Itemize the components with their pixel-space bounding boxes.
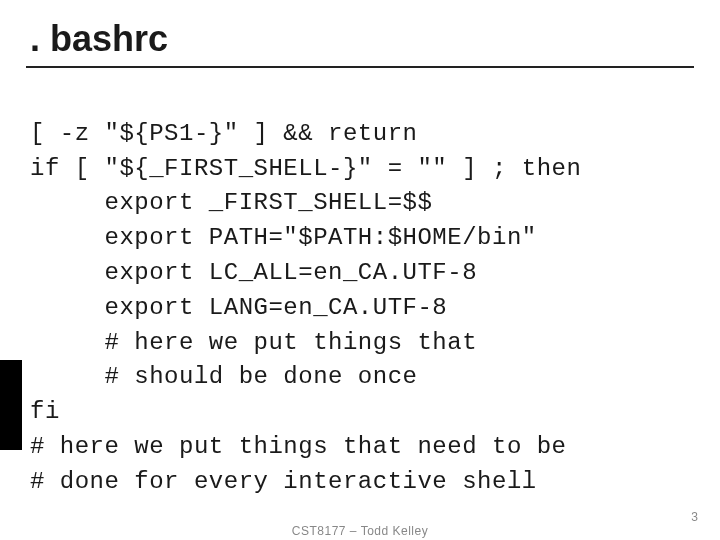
left-black-bar bbox=[0, 360, 22, 450]
slide-title: . bashrc bbox=[0, 18, 720, 66]
code-line: if [ "${_FIRST_SHELL-}" = "" ] ; then bbox=[30, 155, 581, 182]
code-line: # here we put things that need to be bbox=[30, 433, 566, 460]
slide: . bashrc [ -z "${PS1-}" ] && return if [… bbox=[0, 0, 720, 540]
page-number: 3 bbox=[691, 510, 698, 524]
code-line: export LANG=en_CA.UTF-8 bbox=[30, 294, 447, 321]
code-line: # done for every interactive shell bbox=[30, 468, 537, 495]
code-line: # should be done once bbox=[30, 363, 417, 390]
code-line: fi bbox=[30, 398, 60, 425]
code-block: [ -z "${PS1-}" ] && return if [ "${_FIRS… bbox=[0, 82, 720, 500]
footer-center-text: CST8177 – Todd Kelley bbox=[0, 524, 720, 538]
code-line: export _FIRST_SHELL=$$ bbox=[30, 189, 432, 216]
title-underline bbox=[26, 66, 694, 68]
code-line: [ -z "${PS1-}" ] && return bbox=[30, 120, 417, 147]
code-line: # here we put things that bbox=[30, 329, 477, 356]
code-line: export PATH="$PATH:$HOME/bin" bbox=[30, 224, 537, 251]
code-line: export LC_ALL=en_CA.UTF-8 bbox=[30, 259, 477, 286]
